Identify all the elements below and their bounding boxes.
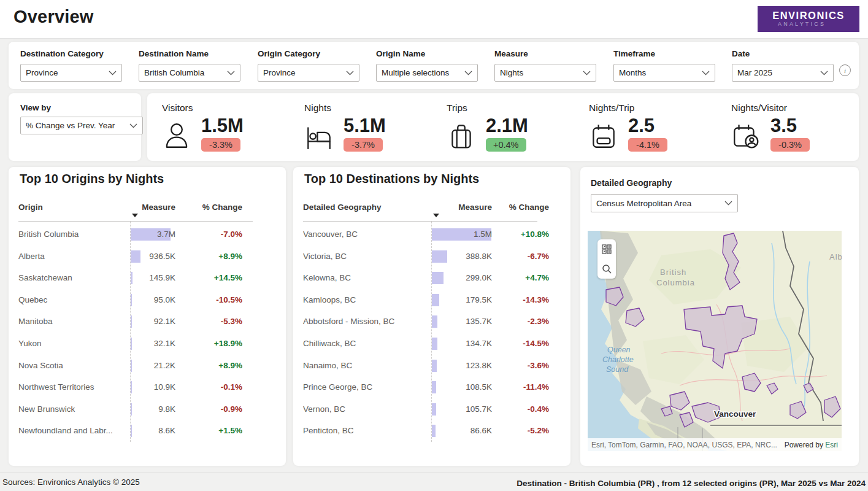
table-row[interactable]: New Brunswick9.8K-0.9% [9, 398, 286, 420]
row-label: Vancouver, BC [303, 223, 412, 246]
table-row[interactable]: Prince George, BC108.5K-11.4% [293, 376, 570, 398]
measure-cell: 8.6K [131, 420, 175, 442]
change-value: -10.5% [185, 289, 242, 311]
table-row[interactable]: Kelowna, BC299.0K+4.7% [293, 267, 570, 289]
measure-cell: 1.5M [432, 223, 492, 246]
change-value: +18.9% [185, 333, 242, 355]
filter-label: Origin Category [258, 49, 359, 58]
row-label: Alberta [18, 246, 128, 268]
measure-value: 179.5K [432, 289, 492, 311]
map[interactable]: British Columbia Alb Queen Charlotte Sou… [588, 231, 842, 451]
selected-value: Province [26, 68, 58, 77]
person-icon [161, 120, 192, 151]
view-by-select[interactable]: % Change vs Prev. Year [20, 117, 143, 134]
chevron-down-icon [227, 71, 235, 75]
logo-line1: ENVIRONICS [772, 10, 845, 21]
map-label-water-3: Sound [606, 365, 629, 374]
measure-value: 92.1K [131, 311, 175, 333]
map-search-button[interactable] [597, 259, 616, 279]
selected-value: Nights [500, 68, 523, 77]
column-header-measure[interactable]: Measure [432, 203, 492, 212]
table-row[interactable]: Yukon32.1K+18.9% [9, 333, 286, 355]
table-row[interactable]: British Columbia3.7M-7.0% [9, 223, 286, 246]
measure-cell: 9.8K [131, 398, 175, 420]
table-title: Top 10 Destinations by Nights [304, 172, 479, 186]
column-header-measure[interactable]: Measure [130, 203, 175, 212]
timeframe-select[interactable]: Months [613, 64, 715, 82]
row-label: Vernon, BC [303, 398, 412, 420]
filter-destination-name: Destination Name British Columbia [139, 49, 240, 82]
measure-cell: 135.7K [432, 311, 492, 333]
measure-cell: 3.7M [131, 223, 175, 246]
row-label: Quebec [18, 289, 128, 311]
filter-label: Date [732, 49, 834, 58]
measure-value: 9.8K [131, 398, 175, 420]
row-label: Manitoba [18, 311, 128, 333]
kpi-nights-per-visitor: Nights/Visitor 3.5 -0.3% [716, 93, 859, 161]
kpi-value: 1.5M [201, 115, 244, 136]
calendar-icon [588, 120, 619, 151]
column-header-change[interactable]: % Change [185, 203, 242, 212]
table-row[interactable]: Penticton, BC86.6K-5.2% [293, 420, 570, 442]
table-row[interactable]: Vancouver, BC1.5M+10.8% [293, 223, 570, 246]
table-row[interactable]: Alberta936.5K+8.9% [9, 246, 286, 268]
row-label: Newfoundland and Labr... [18, 420, 128, 442]
destination-name-select[interactable]: British Columbia [139, 64, 240, 82]
suitcase-icon [446, 120, 477, 151]
measure-cell: 134.7K [432, 333, 492, 355]
measure-select[interactable]: Nights [494, 64, 596, 82]
row-label: Kamloops, BC [303, 289, 412, 311]
table-row[interactable]: Victoria, BC388.8K-6.7% [293, 246, 570, 268]
measure-cell: 299.0K [432, 267, 492, 289]
column-header-change[interactable]: % Change [491, 203, 549, 212]
table-row[interactable]: Newfoundland and Labr...8.6K+1.5% [9, 420, 286, 442]
destination-category-select[interactable]: Province [20, 64, 122, 82]
column-header-geography[interactable]: Detailed Geography [303, 203, 382, 212]
esri-link[interactable]: Esri [825, 441, 838, 449]
table-row[interactable]: Nova Scotia21.2K+8.9% [9, 355, 286, 377]
table-row[interactable]: Manitoba92.1K-5.3% [9, 311, 286, 333]
basemap-gallery-button[interactable] [597, 239, 616, 259]
row-label: Kelowna, BC [303, 267, 412, 289]
powered-by: Powered by Esri [785, 441, 838, 449]
table-row[interactable]: Chilliwack, BC134.7K-14.5% [293, 333, 570, 355]
origin-category-select[interactable]: Province [258, 64, 359, 82]
measure-cell: 10.9K [131, 376, 175, 398]
kpi-change-badge: +0.4% [486, 138, 526, 152]
info-icon[interactable]: i [839, 64, 851, 76]
chevron-down-icon [702, 71, 710, 75]
origin-name-select[interactable]: Multiple selections [376, 64, 478, 82]
kpi-value: 3.5 [770, 115, 797, 136]
table-row[interactable]: Nanaimo, BC123.8K-3.6% [293, 355, 570, 377]
measure-value: 105.7K [432, 398, 492, 420]
change-value: -2.3% [491, 311, 549, 333]
kpi-label: Nights [304, 102, 331, 114]
footer: Sources: Environics Analytics © 2025 Des… [0, 473, 868, 491]
kpi-label: Trips [447, 102, 467, 114]
date-select[interactable]: Mar 2025 [732, 64, 834, 82]
measure-cell: 95.0K [131, 289, 175, 311]
measure-value: 388.8K [432, 246, 492, 268]
table-row[interactable]: Vernon, BC105.7K-0.4% [293, 398, 570, 420]
chevron-down-icon [109, 71, 117, 75]
table-row[interactable]: Saskatchewan145.9K+14.5% [9, 267, 286, 289]
table-row[interactable]: Quebec95.0K-10.5% [9, 289, 286, 311]
change-value: +4.7% [491, 267, 549, 289]
top-bar: Overview ENVIRONICS ANALYTICS [0, 0, 868, 39]
kpi-label: Nights/Trip [589, 102, 634, 114]
column-header-origin[interactable]: Origin [18, 203, 43, 212]
change-value: +8.9% [185, 246, 242, 268]
detailed-geography-select[interactable]: Census Metropolitan Area [591, 194, 738, 212]
view-by-panel: View by % Change vs Prev. Year [9, 93, 141, 161]
measure-value: 936.5K [131, 246, 175, 268]
bed-icon [304, 120, 334, 151]
row-label: New Brunswick [18, 398, 128, 420]
selected-value: Months [619, 68, 646, 77]
table-row[interactable]: Kamloops, BC179.5K-14.3% [293, 289, 570, 311]
selected-value: Census Metropolitan Area [596, 199, 691, 208]
kpi-strip: Visitors 1.5M -3.3% Nights [147, 93, 859, 161]
table-row[interactable]: Northwest Territories10.9K-0.1% [9, 376, 286, 398]
measure-value: 108.5K [432, 376, 492, 398]
row-label: Saskatchewan [18, 267, 128, 289]
table-row[interactable]: Abbotsford - Mission, BC135.7K-2.3% [293, 311, 570, 333]
